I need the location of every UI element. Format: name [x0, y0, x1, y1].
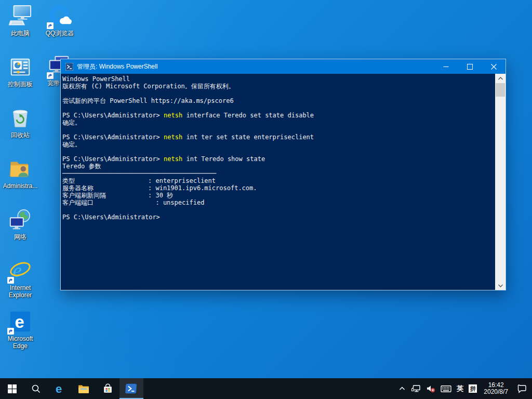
- volume-muted-icon[interactable]: [423, 378, 438, 399]
- console-line: PS C:\Users\Administrator> netsh int Ter…: [62, 155, 494, 163]
- svg-text:e: e: [56, 382, 62, 395]
- shortcut-arrow-icon: [47, 72, 54, 79]
- desktop-icon-internet-explorer[interactable]: e Internet Explorer: [1, 259, 40, 299]
- store-button[interactable]: [96, 378, 119, 399]
- desktop-icon-label: Administra...: [3, 182, 38, 190]
- scroll-down-icon[interactable]: [495, 281, 506, 290]
- control-panel-icon: [8, 55, 32, 79]
- console-line: [62, 148, 494, 155]
- powershell-window-icon: [65, 63, 73, 71]
- clock-date: 2020/8/7: [484, 389, 508, 395]
- desktop-icon-label: 控制面板: [8, 81, 33, 88]
- tray-chevron-up-icon[interactable]: [396, 378, 408, 399]
- start-button[interactable]: [0, 378, 24, 399]
- console-line: 客户端端口 : unspecified: [62, 199, 494, 206]
- user-folder-icon: [8, 157, 32, 181]
- qq-browser-icon: [48, 4, 72, 28]
- search-button[interactable]: [24, 378, 48, 399]
- desktop-icon-microsoft-edge[interactable]: e Microsoft Edge: [1, 310, 40, 350]
- desktop: 此电脑 控制面板: [0, 0, 532, 399]
- desktop-icon-control-panel[interactable]: 控制面板: [1, 55, 40, 88]
- scrollbar-thumb[interactable]: [496, 83, 505, 97]
- powershell-taskbar-button[interactable]: [119, 378, 143, 399]
- console-line: 客户端刷新间隔: 30 秒: [62, 192, 494, 199]
- scroll-up-icon[interactable]: [495, 74, 506, 83]
- console-line: 尝试新的跨平台 PowerShell https://aka.ms/pscore…: [62, 97, 494, 104]
- console-line: [62, 90, 494, 97]
- taskbar-clock[interactable]: 16:42 2020/8/7: [480, 378, 512, 399]
- console-line: Windows PowerShell: [62, 75, 494, 83]
- console-line: 确定。: [62, 141, 494, 148]
- ime-mode-indicator[interactable]: 拼: [466, 378, 480, 399]
- desktop-icon-label: QQ浏览器: [46, 30, 74, 37]
- desktop-icon-label: 网络: [14, 233, 26, 241]
- desktop-icon-label: Internet Explorer: [1, 284, 40, 299]
- desktop-icon-recycle-bin[interactable]: 回收站: [1, 106, 40, 139]
- vertical-scrollbar[interactable]: [495, 74, 506, 290]
- console-line: 确定。: [62, 119, 494, 126]
- console-line: ────────────────────────────────────────…: [62, 170, 494, 177]
- shortcut-arrow-icon: [7, 328, 14, 335]
- desktop-icon-label: 回收站: [11, 131, 30, 139]
- desktop-icon-qq-browser[interactable]: QQ浏览器: [40, 4, 79, 37]
- console-line: 服务器名称: win1901.ipv6.microsoft.com.: [62, 184, 494, 192]
- shortcut-arrow-icon: [47, 22, 54, 29]
- console-line: PS C:\Users\Administrator>: [62, 214, 494, 221]
- console-line: PS C:\Users\Administrator> netsh interfa…: [62, 112, 494, 119]
- file-explorer-button[interactable]: [72, 378, 96, 399]
- console-line: 版权所有 (C) Microsoft Corporation。保留所有权利。: [62, 83, 494, 90]
- this-pc-icon: [8, 4, 32, 28]
- close-button[interactable]: [482, 59, 506, 74]
- desktop-icon-label: Microsoft Edge: [1, 335, 40, 350]
- desktop-icon-network[interactable]: 网络: [1, 208, 40, 241]
- edge-taskbar-button[interactable]: e: [48, 378, 72, 399]
- desktop-icon-label: 此电脑: [11, 30, 30, 37]
- console-line: 类型: enterpriseclient: [62, 177, 494, 184]
- powershell-window: 管理员: Windows PowerShell Windows PowerShe…: [60, 59, 506, 290]
- console-line: [62, 126, 494, 134]
- window-titlebar[interactable]: 管理员: Windows PowerShell: [61, 59, 506, 74]
- console-line: PS C:\Users\Administrator> netsh int ter…: [62, 134, 494, 141]
- action-center-icon[interactable]: [512, 378, 532, 399]
- console-line: Teredo 参数: [62, 163, 494, 170]
- maximize-button[interactable]: [458, 59, 482, 74]
- microsoft-edge-icon: e: [8, 310, 32, 334]
- taskbar: e: [0, 378, 532, 399]
- network-icon: [8, 208, 32, 232]
- system-tray: 英 拼 16:42 2020/8/7: [396, 378, 532, 399]
- minimize-button[interactable]: [434, 59, 458, 74]
- console-text: Windows PowerShell 版权所有 (C) Microsoft Co…: [62, 75, 494, 290]
- desktop-icon-administrator-folder[interactable]: Administra...: [1, 157, 40, 190]
- console-line: [62, 206, 494, 214]
- svg-text:e: e: [15, 313, 24, 331]
- window-title: 管理员: Windows PowerShell: [77, 62, 434, 71]
- console-area[interactable]: Windows PowerShell 版权所有 (C) Microsoft Co…: [61, 74, 506, 290]
- network-tray-icon[interactable]: [408, 378, 423, 399]
- internet-explorer-icon: e: [8, 259, 32, 283]
- recycle-bin-icon: [8, 106, 32, 130]
- console-line: [62, 104, 494, 112]
- touch-keyboard-icon[interactable]: [438, 378, 454, 399]
- taskbar-buttons: e: [0, 378, 143, 399]
- desktop-icon-this-pc[interactable]: 此电脑: [1, 4, 40, 37]
- language-indicator[interactable]: 英: [454, 378, 466, 399]
- shortcut-arrow-icon: [7, 277, 14, 284]
